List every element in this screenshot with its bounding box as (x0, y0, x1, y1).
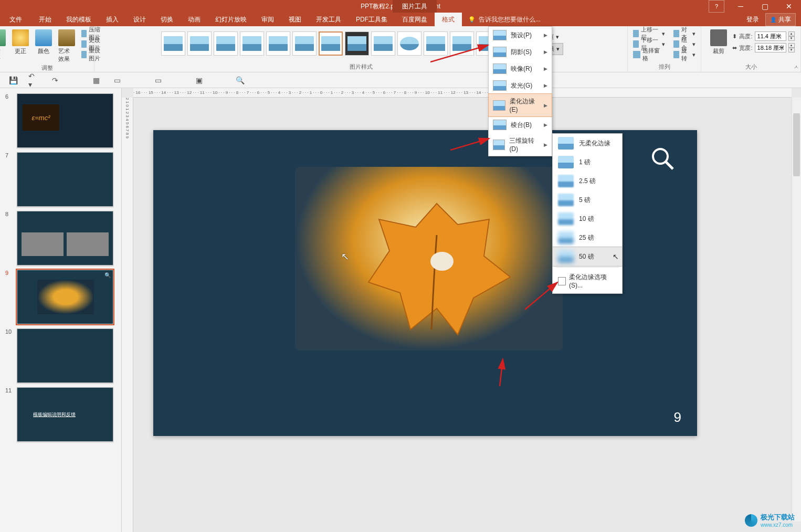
redo-icon[interactable]: ↷ (49, 75, 61, 86)
effect-reflection[interactable]: 映像(R)▶ (489, 60, 552, 77)
style-thumb[interactable] (292, 31, 317, 56)
slide-thumb-8[interactable] (17, 211, 113, 265)
height-label: 高度: (739, 33, 752, 40)
tab-view[interactable]: 视图 (281, 13, 309, 26)
width-label: 宽度: (739, 44, 752, 52)
tab-format[interactable]: 格式 (435, 13, 462, 26)
soft-edge-2.5pt[interactable]: 2.5 磅 (553, 172, 622, 190)
slide-thumb-10[interactable] (17, 328, 113, 383)
tell-me-input[interactable]: 告诉我您想要做什么... (468, 15, 541, 24)
tab-developer[interactable]: 开发工具 (309, 13, 349, 26)
width-spinner[interactable]: ▲▼ (788, 43, 795, 52)
style-thumb-selected[interactable] (319, 31, 343, 56)
slide-thumb-9-selected[interactable]: 🔍 (17, 270, 113, 324)
height-icon: ⬍ (732, 33, 737, 40)
tab-insert[interactable]: 插入 (99, 13, 126, 26)
style-thumb[interactable] (450, 31, 474, 56)
effect-3d-rotation[interactable]: 三维旋转(D)▶ (489, 133, 552, 156)
color-button[interactable]: 颜色 (33, 28, 54, 56)
svg-point-1 (653, 149, 668, 164)
leaf-shape-overlay (353, 193, 521, 340)
tab-review[interactable]: 审阅 (254, 13, 281, 26)
soft-edge-1pt[interactable]: 1 磅 (553, 153, 622, 172)
title-bar: PPT教程2.pptx - PowerPoint 图片工具 ? ─ ▢ ✕ (0, 0, 801, 13)
find-icon[interactable]: 🔍 (234, 75, 246, 86)
soft-edges-submenu: 无柔化边缘 1 磅 2.5 磅 5 磅 10 磅 25 磅 50 磅 ↖ 柔化边… (552, 133, 623, 294)
soft-edge-options[interactable]: 柔化边缘选项(S)... (553, 269, 622, 293)
width-icon: ⬌ (732, 45, 737, 51)
tab-pdf-tools[interactable]: PDF工具集 (349, 13, 395, 26)
width-input[interactable] (755, 43, 786, 52)
svg-line-2 (666, 162, 673, 169)
layout-icon[interactable]: ▭ (111, 75, 123, 86)
soft-edge-25pt[interactable]: 25 磅 (553, 228, 622, 247)
slide-page-number: 9 (674, 409, 681, 425)
watermark-name: 极光下载站 (761, 513, 795, 521)
present-icon[interactable]: ▣ (193, 75, 205, 86)
share-button[interactable]: 共享 (765, 13, 796, 26)
slide-canvas-area: · 16 · · · 15 · · · 14 · · · 13 · · · 12… (122, 88, 801, 532)
adjust-group-label: 调整 (41, 64, 53, 72)
arrange-group-label: 排列 (659, 63, 670, 71)
style-thumb[interactable] (266, 31, 290, 56)
tab-mytemplates[interactable]: 我的模板 (59, 13, 99, 26)
style-thumb[interactable] (371, 31, 395, 56)
selection-pane-button[interactable]: 选择窗格 (631, 49, 667, 60)
corrections-button[interactable]: 更正 (10, 28, 31, 56)
vertical-scrollbar[interactable] (792, 98, 801, 522)
effect-soft-edges[interactable]: 柔化边缘(E)▶ (488, 93, 552, 117)
slide-thumb-7[interactable] (17, 152, 113, 207)
tab-slideshow[interactable]: 幻灯片放映 (208, 13, 254, 26)
crop-button[interactable]: 裁剪 (707, 28, 730, 56)
undo-icon[interactable]: ↶ ▾ (28, 75, 40, 86)
style-thumb[interactable] (161, 31, 185, 56)
picture-styles-gallery[interactable] (159, 28, 502, 59)
soft-edge-10pt[interactable]: 10 磅 (553, 209, 622, 228)
tab-design[interactable]: 设计 (126, 13, 153, 26)
rotate-button[interactable]: 旋转 ▾ (671, 49, 698, 60)
effect-bevel[interactable]: 棱台(B)▶ (489, 116, 552, 133)
height-input[interactable] (755, 31, 786, 41)
ribbon: 删除背景 更正 颜色 艺术效果 压缩图片 更改图片 重设图片 调整 (0, 26, 801, 72)
effect-preset[interactable]: 预设(P)▶ (489, 27, 552, 44)
tab-home[interactable]: 开始 (31, 13, 59, 26)
artistic-effects-button[interactable]: 艺术效果 (56, 28, 77, 64)
watermark-icon (745, 514, 757, 527)
style-thumb[interactable] (345, 31, 369, 56)
remove-background-button[interactable]: 删除背景 (0, 28, 8, 64)
picture-styles-group-label: 图片样式 (350, 63, 373, 71)
menu-bar: 文件 开始 我的模板 插入 设计 切换 动画 幻灯片放映 审阅 视图 开发工具 … (0, 13, 801, 26)
effect-shadow[interactable]: 阴影(S)▶ (489, 44, 552, 60)
save-icon[interactable]: 💾 (7, 75, 19, 86)
collapse-ribbon-icon[interactable]: ㅅ (794, 63, 799, 71)
new-slide-icon[interactable]: ▦ (90, 75, 102, 86)
quick-access-toolbar: 💾 ↶ ▾ ↷ ▦ ▭ ▭ ▣ 🔍 (0, 72, 801, 88)
soft-edge-5pt[interactable]: 5 磅 (553, 190, 622, 209)
effect-glow[interactable]: 发光(G)▶ (489, 77, 552, 94)
magnify-icon[interactable]: 🔍 (104, 272, 111, 278)
height-spinner[interactable]: ▲▼ (788, 31, 795, 41)
tab-animation[interactable]: 动画 (181, 13, 208, 26)
help-icon[interactable]: ? (709, 0, 724, 13)
login-button[interactable]: 登录 (742, 13, 763, 26)
soft-edge-none[interactable]: 无柔化边缘 (553, 134, 622, 153)
close-button[interactable]: ✕ (777, 0, 801, 13)
style-thumb[interactable] (424, 31, 448, 56)
tab-transition[interactable]: 切换 (153, 13, 181, 26)
picture-tools-tab[interactable]: 图片工具 (393, 0, 437, 13)
slide-thumb-11[interactable]: 模板编辑说明和反馈 (17, 387, 113, 442)
watermark-url: www.xz7.com (761, 522, 795, 528)
tab-baidu[interactable]: 百度网盘 (395, 13, 435, 26)
tab-file[interactable]: 文件 (0, 13, 31, 26)
minimize-button[interactable]: ─ (729, 0, 753, 13)
slide-thumbnail-panel[interactable]: 6 ε=mc² 7 8 9 🔍 10 11 模板编辑说明和反馈 (0, 88, 122, 532)
style-thumb[interactable] (240, 31, 264, 56)
style-thumb[interactable] (397, 31, 421, 56)
style-thumb[interactable] (214, 31, 238, 56)
style-thumb[interactable] (187, 31, 212, 56)
vertical-ruler: 2 1 0 1 2 3 4 5 6 7 8 9 (122, 98, 133, 532)
section-icon[interactable]: ▭ (152, 75, 164, 86)
soft-edge-50pt[interactable]: 50 磅 ↖ (552, 247, 623, 267)
restore-button[interactable]: ▢ (753, 0, 777, 13)
slide-thumb-6[interactable]: ε=mc² (17, 93, 113, 148)
